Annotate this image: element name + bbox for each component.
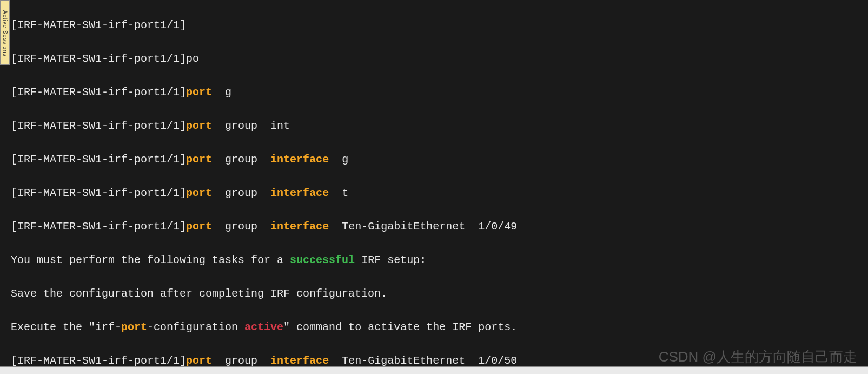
bottom-scrollbar[interactable]: [0, 366, 868, 374]
terminal-line: [IRF-MATER-SW1-irf-port1/1]port group in…: [11, 185, 868, 201]
terminal-line: [IRF-MATER-SW1-irf-port1/1]po: [11, 50, 868, 67]
terminal-line: Execute the "irf-port-configuration acti…: [11, 319, 868, 336]
terminal-line: [IRF-MATER-SW1-irf-port1/1]port group in…: [11, 151, 868, 168]
terminal-line: [IRF-MATER-SW1-irf-port1/1]port group in…: [11, 117, 868, 134]
terminal-line: [IRF-MATER-SW1-irf-port1/1]port g: [11, 84, 868, 101]
terminal-line: Save the configuration after completing …: [11, 285, 868, 302]
terminal-line: You must perform the following tasks for…: [11, 252, 868, 268]
terminal-line: [IRF-MATER-SW1-irf-port1/1]: [11, 17, 868, 34]
active-sessions-label: Active Sessions: [2, 10, 8, 57]
terminal-line: [IRF-MATER-SW1-irf-port1/1]port group in…: [11, 218, 868, 235]
terminal-output[interactable]: [IRF-MATER-SW1-irf-port1/1] [IRF-MATER-S…: [11, 0, 868, 374]
active-sessions-tab[interactable]: Active Sessions: [0, 0, 10, 65]
